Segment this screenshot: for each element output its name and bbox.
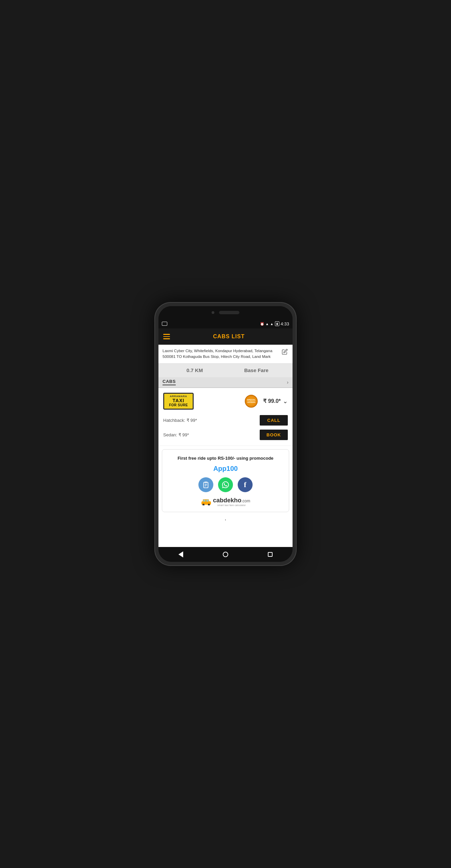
alarm-icon: ⏰ [260,322,264,326]
logo-main-text: TAXI [173,398,185,403]
facebook-share-button[interactable]: f [238,477,253,492]
wifi-icon: ▲ [265,322,269,326]
status-right: ⏰ ▲ ▲ ▮ 4:33 [260,321,289,326]
status-left [162,322,168,326]
special-offers-text: SPECIALOFFERS [247,399,256,403]
distance-fare-row: 0.7 KM Base Fare [158,364,293,377]
cab-option-hatchback: Hatchback: ₹ 99* CALL [163,413,288,428]
cabs-tab-label: CABS [163,379,176,385]
phone-device: ⏰ ▲ ▲ ▮ 4:33 CABS LIST Laxmi Cyber City,… [154,302,297,566]
sedan-label: Sedan: ₹ 99* [163,432,189,437]
hatchback-price: ₹ 99* [187,418,197,423]
back-icon [178,551,183,557]
price-chevron-group: ₹ 99.0* ⌄ [263,397,288,405]
cabdekho-name-group: cabdekho.com smart taxi fare calculator [213,497,250,506]
page-dot-indicator: • [158,516,293,524]
page-title: CABS LIST [170,334,288,340]
facebook-icon-letter: f [244,480,246,489]
edit-address-button[interactable] [281,348,288,356]
cab-price: ₹ 99.0* [263,398,281,404]
cab-option-sedan: Sedan: ₹ 99* BOOK [163,428,288,442]
camera-dot [212,311,214,314]
signal-icon: ▲ [270,322,274,326]
book-button[interactable]: BOOK [260,430,288,440]
brand-name-text: cabdekho [213,497,241,504]
cabdekho-cab-icon [201,498,212,505]
cab-card-header: ARRAMARA TAXI FOR SURE SPECIALOFFERS [163,393,288,410]
home-button[interactable] [221,550,230,558]
address-bar: Laxmi Cyber City, Whitefields, Kondapur … [158,345,293,364]
notification-icon [162,322,167,326]
whatsapp-share-button[interactable] [218,477,233,492]
battery-icon: ▮ [275,321,279,326]
cabdekho-branding: cabdekho.com smart taxi fare calculator [166,497,285,506]
brand-name: cabdekho.com [213,497,250,504]
back-button[interactable] [177,550,185,558]
base-fare-label: Base Fare [226,367,287,373]
expand-chevron[interactable]: ⌄ [283,397,288,405]
cab-options: Hatchback: ₹ 99* CALL Sedan: ₹ 99* BO [163,413,288,442]
call-button[interactable]: CALL [260,415,288,426]
top-navigation: CABS LIST [158,328,293,345]
svg-rect-9 [203,500,206,502]
cab-card-taxiforsure: ARRAMARA TAXI FOR SURE SPECIALOFFERS [158,388,293,446]
distance-value: 0.7 KM [164,367,226,373]
taxiforsure-logo: ARRAMARA TAXI FOR SURE [163,393,194,410]
promo-card: First free ride upto RS-100/- using prom… [162,449,289,512]
status-bar: ⏰ ▲ ▲ ▮ 4:33 [158,319,293,328]
promo-code: App100 [166,465,285,473]
hatchback-label: Hatchback: ₹ 99* [163,418,197,423]
svg-rect-10 [206,500,209,502]
phone-top-decoration [158,306,293,319]
app-screen: CABS LIST Laxmi Cyber City, Whitefields,… [158,328,293,547]
main-content: ARRAMARA TAXI FOR SURE SPECIALOFFERS [158,388,293,547]
speaker-grille [219,311,239,314]
phone-screen: ⏰ ▲ ▲ ▮ 4:33 CABS LIST Laxmi Cyber City,… [158,306,293,562]
address-text: Laxmi Cyber City, Whitefields, Kondapur … [163,348,278,360]
logo-sub-text: FOR SURE [169,403,188,407]
cabs-tab-chevron: › [287,380,288,385]
home-icon [223,552,228,557]
brand-tagline: smart taxi fare calculator [213,504,250,506]
sedan-type: Sedan: [163,432,178,437]
hamburger-menu-button[interactable] [163,334,170,339]
sedan-price: ₹ 99* [178,432,189,437]
clipboard-share-button[interactable] [198,477,213,492]
promo-description: First free ride upto RS-100/- using prom… [166,455,285,462]
hatchback-type: Hatchback: [163,418,187,423]
bottom-navigation [158,547,293,562]
time-display: 4:33 [281,321,289,326]
cabs-tab-bar[interactable]: CABS › [158,377,293,388]
recents-button[interactable] [266,550,274,558]
special-offers-badge: SPECIALOFFERS [245,395,258,408]
social-share-icons: f [166,477,285,492]
brand-tld: .com [241,499,250,503]
recents-icon [268,552,273,557]
